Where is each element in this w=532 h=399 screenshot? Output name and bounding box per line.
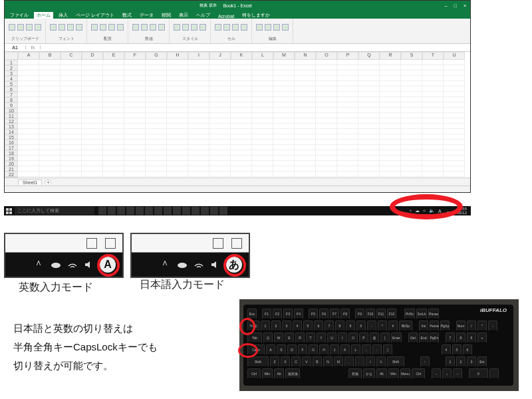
cell[interactable]: [295, 102, 316, 108]
cell[interactable]: [61, 118, 82, 124]
cell[interactable]: [401, 134, 422, 140]
cell[interactable]: [252, 145, 273, 150]
cell[interactable]: [337, 113, 358, 118]
cell[interactable]: [401, 76, 422, 81]
column-header[interactable]: L: [252, 52, 273, 60]
cell[interactable]: [273, 113, 295, 118]
cell[interactable]: [18, 65, 39, 70]
cell[interactable]: [252, 102, 273, 108]
cell[interactable]: [273, 140, 295, 145]
ribbon-tab[interactable]: ホーム: [34, 12, 53, 19]
cell[interactable]: [167, 129, 188, 134]
cell[interactable]: [103, 145, 124, 150]
ribbon-tab[interactable]: ファイル: [7, 12, 31, 19]
cell[interactable]: [103, 124, 124, 129]
cell[interactable]: [146, 65, 167, 70]
row-header[interactable]: 22: [5, 172, 18, 177]
row-header[interactable]: 2: [5, 65, 18, 70]
cell[interactable]: [273, 102, 295, 108]
cell[interactable]: [252, 161, 273, 166]
cell[interactable]: [273, 172, 295, 177]
cell[interactable]: [231, 124, 252, 129]
cell[interactable]: [188, 70, 209, 76]
cell[interactable]: [422, 177, 444, 178]
cell[interactable]: [167, 102, 188, 108]
cell[interactable]: [188, 76, 209, 81]
cell[interactable]: [146, 92, 167, 97]
cell[interactable]: [358, 172, 380, 177]
column-header[interactable]: O: [316, 52, 337, 60]
cell[interactable]: [61, 145, 82, 150]
cell[interactable]: [209, 172, 231, 177]
cell[interactable]: [39, 113, 61, 118]
cell[interactable]: [273, 177, 295, 178]
cell[interactable]: [295, 86, 316, 92]
cell[interactable]: [422, 172, 444, 177]
cell[interactable]: [231, 108, 252, 113]
row-header[interactable]: 19: [5, 156, 18, 161]
cell[interactable]: [103, 161, 124, 166]
window-min[interactable]: –: [445, 3, 448, 8]
cell[interactable]: [444, 140, 465, 145]
cell[interactable]: [61, 70, 82, 76]
cell[interactable]: [188, 124, 209, 129]
column-header[interactable]: M: [273, 52, 295, 60]
cell[interactable]: [61, 156, 82, 161]
column-header[interactable]: K: [231, 52, 252, 60]
ribbon-command[interactable]: [59, 24, 65, 31]
cell[interactable]: [103, 86, 124, 92]
cell[interactable]: [188, 92, 209, 97]
cell[interactable]: [18, 76, 39, 81]
cell[interactable]: [422, 166, 444, 172]
taskbar-app-icon[interactable]: [126, 207, 134, 215]
column-header[interactable]: B: [39, 52, 61, 60]
cell[interactable]: [380, 129, 401, 134]
cell[interactable]: [444, 65, 465, 70]
cell[interactable]: [295, 70, 316, 76]
cell[interactable]: [273, 150, 295, 156]
cell[interactable]: [273, 86, 295, 92]
cell[interactable]: [316, 65, 337, 70]
cell[interactable]: [124, 118, 146, 124]
cell[interactable]: [422, 65, 444, 70]
row-header[interactable]: 21: [5, 166, 18, 172]
cell[interactable]: [295, 81, 316, 86]
ribbon-command[interactable]: [191, 24, 198, 31]
cell[interactable]: [380, 161, 401, 166]
cell[interactable]: [82, 124, 103, 129]
column-header[interactable]: U: [444, 52, 465, 60]
cell[interactable]: [82, 161, 103, 166]
cell[interactable]: [167, 156, 188, 161]
cell[interactable]: [380, 134, 401, 140]
cell[interactable]: [337, 177, 358, 178]
cell[interactable]: [188, 129, 209, 134]
cell[interactable]: [39, 124, 61, 129]
cell[interactable]: [358, 140, 380, 145]
cell[interactable]: [82, 102, 103, 108]
cell[interactable]: [124, 102, 146, 108]
cell[interactable]: [316, 129, 337, 134]
cell[interactable]: [316, 140, 337, 145]
cell[interactable]: [18, 92, 39, 97]
cell[interactable]: [188, 161, 209, 166]
taskbar-app-icon[interactable]: [154, 207, 162, 215]
cell[interactable]: [82, 76, 103, 81]
cell[interactable]: [316, 113, 337, 118]
cell[interactable]: [188, 172, 209, 177]
cell[interactable]: [273, 76, 295, 81]
cell[interactable]: [124, 76, 146, 81]
cell[interactable]: [422, 129, 444, 134]
cell[interactable]: [124, 134, 146, 140]
cell[interactable]: [337, 92, 358, 97]
cell[interactable]: [188, 166, 209, 172]
cell[interactable]: [39, 60, 61, 65]
cell[interactable]: [380, 177, 401, 178]
cell[interactable]: [273, 118, 295, 124]
cell[interactable]: [358, 150, 380, 156]
cell[interactable]: [18, 108, 39, 113]
cell[interactable]: [39, 108, 61, 113]
cell[interactable]: [358, 92, 380, 97]
cell[interactable]: [82, 108, 103, 113]
cell[interactable]: [124, 145, 146, 150]
ribbon-command[interactable]: [265, 24, 271, 31]
